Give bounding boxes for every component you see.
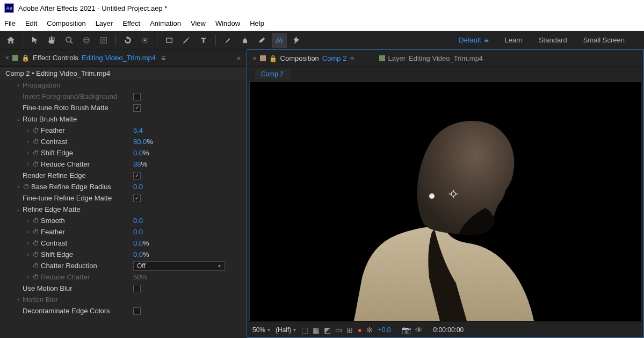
collapse-icon[interactable]: ⌄ (15, 116, 21, 122)
param-value[interactable]: 88 (133, 160, 141, 168)
expand-icon[interactable]: › (15, 184, 21, 190)
stopwatch-icon[interactable]: ⏱ (32, 262, 40, 270)
param-dropdown[interactable]: Off▾ (133, 261, 225, 271)
expand-icon[interactable]: › (25, 218, 31, 224)
stopwatch-icon[interactable]: ⏱ (32, 274, 40, 281)
puppet-tool-icon[interactable] (289, 33, 304, 48)
param-checkbox[interactable]: ✓ (133, 104, 141, 112)
stopwatch-icon[interactable]: ⏱ (32, 240, 40, 247)
stopwatch-icon[interactable]: ⏱ (32, 217, 40, 225)
expand-icon[interactable]: › (15, 297, 21, 303)
close-icon[interactable]: × (252, 54, 257, 62)
stopwatch-icon[interactable]: ⏱ (32, 138, 40, 146)
expand-icon[interactable]: › (25, 240, 31, 246)
menu-view[interactable]: View (191, 19, 206, 27)
stopwatch-icon[interactable]: ⏱ (32, 149, 40, 157)
param-checkbox[interactable] (133, 307, 141, 315)
expand-icon[interactable]: › (15, 82, 21, 88)
lock-icon[interactable]: 🔒 (269, 55, 277, 62)
comp-tab-title[interactable]: Composition (280, 54, 319, 62)
workspace-standard[interactable]: Standard (539, 36, 567, 45)
stopwatch-icon[interactable]: ⏱ (32, 251, 40, 258)
exposure-value[interactable]: +0.0 (378, 326, 391, 334)
panel-menu-icon[interactable]: ≡ (350, 54, 354, 63)
panel-file[interactable]: Editing Video_Trim.mp4 (82, 54, 156, 62)
menu-file[interactable]: File (4, 19, 16, 27)
param-value[interactable]: 0.0 (133, 183, 143, 191)
snapshot-icon[interactable]: 📷 (402, 326, 411, 334)
param-value[interactable]: 0.0 (133, 250, 143, 258)
param-value[interactable]: 50 (133, 273, 141, 281)
home-icon[interactable] (3, 33, 18, 48)
workspace-learn[interactable]: Learn (505, 36, 523, 45)
param-checkbox[interactable] (133, 285, 141, 292)
resolution-selector[interactable]: (Half)▾ (276, 326, 296, 334)
brush-tool-icon[interactable] (220, 33, 235, 48)
expand-icon[interactable]: › (25, 127, 31, 133)
param-value[interactable]: 0.0 (133, 217, 143, 225)
anchor-tool-icon[interactable] (138, 33, 153, 48)
expand-icon[interactable]: › (25, 139, 31, 145)
channel-icon[interactable]: ● (357, 326, 361, 334)
panel-menu-icon[interactable]: ≡ (161, 54, 165, 62)
zoom-tool-icon[interactable] (62, 33, 77, 48)
collapse-icon[interactable]: ⌄ (15, 206, 21, 212)
param-checkbox[interactable] (133, 93, 141, 100)
clone-stamp-tool-icon[interactable] (237, 33, 252, 48)
comp-subtab[interactable]: Comp 2 (255, 69, 290, 80)
mask-icon[interactable]: ◩ (324, 326, 331, 334)
expand-icon[interactable]: › (25, 150, 31, 156)
text-tool-icon[interactable] (196, 33, 211, 48)
workspace-small-screen[interactable]: Small Screen (583, 36, 625, 45)
selection-tool-icon[interactable] (27, 33, 42, 48)
stopwatch-icon[interactable]: ⏱ (23, 183, 30, 191)
composition-viewer[interactable] (249, 81, 641, 321)
orbit-dropdown-icon[interactable] (96, 33, 111, 48)
effect-controls-tab[interactable]: × 🔒 Effect Controls Editing Video_Trim.m… (0, 49, 246, 67)
rotation-tool-icon[interactable] (120, 33, 135, 48)
menu-composition[interactable]: Composition (47, 19, 85, 27)
expand-icon[interactable]: › (25, 251, 31, 257)
menu-animation[interactable]: Animation (150, 19, 181, 27)
param-value[interactable]: 0.0 (133, 149, 143, 157)
menu-window[interactable]: Window (215, 19, 240, 27)
param-value[interactable]: 80.0 (133, 138, 147, 146)
expand-icon[interactable]: › (25, 229, 31, 235)
menu-edit[interactable]: Edit (25, 19, 37, 27)
menu-layer[interactable]: Layer (96, 19, 113, 27)
comp-tab-link[interactable]: Comp 2 (322, 54, 347, 62)
param-checkbox[interactable]: ✓ (133, 195, 141, 202)
stopwatch-icon[interactable]: ⏱ (32, 161, 40, 168)
pen-tool-icon[interactable] (179, 33, 194, 48)
timecode[interactable]: 0:00:00:00 (433, 326, 464, 334)
workspace-menu-icon[interactable]: ≡ (484, 36, 489, 45)
close-icon[interactable]: × (5, 54, 9, 62)
show-snapshot-icon[interactable]: 👁 (415, 326, 423, 334)
fast-preview-icon[interactable]: ⬚ (301, 326, 308, 334)
hand-tool-icon[interactable] (45, 33, 60, 48)
zoom-selector[interactable]: 50%▾ (252, 326, 270, 334)
expand-icon[interactable]: › (25, 274, 31, 280)
param-value[interactable]: 0.0 (133, 228, 143, 236)
stopwatch-icon[interactable]: ⏱ (32, 228, 40, 236)
menu-effect[interactable]: Effect (122, 19, 140, 27)
param-checkbox[interactable]: ✓ (133, 172, 141, 179)
reset-exposure-icon[interactable]: ✲ (366, 326, 373, 334)
rotobrush-tool-icon[interactable] (272, 33, 287, 48)
anchor-point-icon[interactable] (448, 189, 458, 199)
stopwatch-icon[interactable]: ⏱ (32, 127, 40, 134)
param-value[interactable]: 5.4 (133, 126, 143, 134)
layer-tab[interactable]: Layer Editing Video_Trim.mp4 (379, 54, 483, 62)
grid-icon[interactable]: ⊞ (346, 326, 353, 334)
eraser-tool-icon[interactable] (255, 33, 270, 48)
menu-help[interactable]: Help (250, 19, 264, 27)
panel-expand-icon[interactable]: » (237, 54, 241, 62)
lock-icon[interactable]: 🔒 (21, 54, 30, 62)
transparency-grid-icon[interactable]: ▦ (313, 326, 320, 334)
rectangle-tool-icon[interactable] (162, 33, 177, 48)
workspace-default[interactable]: Default≡ (459, 36, 488, 45)
orbit-tool-icon[interactable] (79, 33, 94, 48)
expand-icon[interactable]: › (25, 161, 31, 167)
region-icon[interactable]: ▭ (335, 326, 342, 334)
param-value[interactable]: 0.0 (133, 239, 143, 247)
